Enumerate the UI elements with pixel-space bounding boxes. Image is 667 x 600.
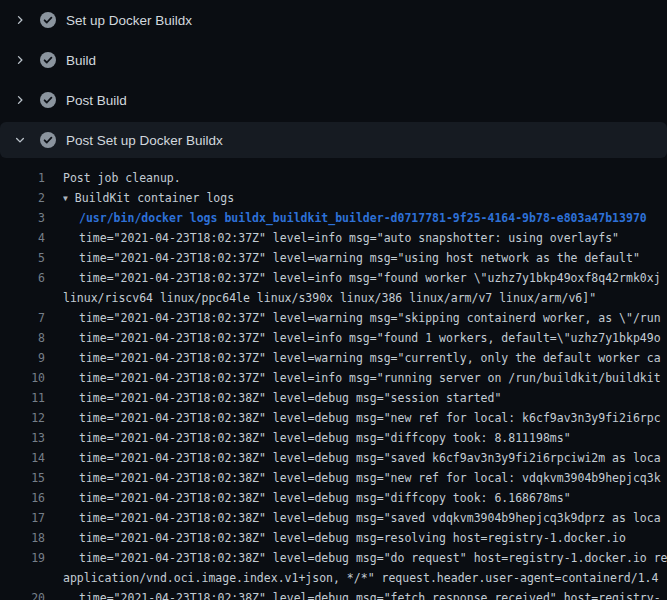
- step-build[interactable]: Build: [0, 40, 667, 80]
- chevron-right-icon[interactable]: [12, 12, 28, 28]
- log-text: time="2021-04-23T18:02:38Z" level=debug …: [79, 528, 667, 548]
- log-text: time="2021-04-23T18:02:38Z" level=debug …: [79, 588, 667, 600]
- log-row[interactable]: 4time="2021-04-23T18:02:37Z" level=info …: [0, 228, 667, 248]
- line-number[interactable]: 14: [0, 448, 45, 468]
- log-row[interactable]: linux/riscv64 linux/ppc64le linux/s390x …: [0, 288, 667, 308]
- log-row[interactable]: 15time="2021-04-23T18:02:38Z" level=debu…: [0, 468, 667, 488]
- log-text: time="2021-04-23T18:02:38Z" level=debug …: [79, 408, 667, 428]
- line-number: [0, 288, 45, 308]
- log-row[interactable]: 5time="2021-04-23T18:02:37Z" level=warni…: [0, 248, 667, 268]
- log-text: linux/riscv64 linux/ppc64le linux/s390x …: [63, 288, 667, 308]
- line-number[interactable]: 18: [0, 528, 45, 548]
- log-text: Post job cleanup.: [63, 168, 667, 188]
- chevron-down-icon[interactable]: [12, 132, 28, 148]
- log-row[interactable]: 7time="2021-04-23T18:02:37Z" level=warni…: [0, 308, 667, 328]
- step-title: Set up Docker Buildx: [66, 13, 192, 28]
- log-text: time="2021-04-23T18:02:37Z" level=info m…: [79, 328, 667, 348]
- check-circle-icon: [40, 12, 56, 28]
- line-number[interactable]: 3: [0, 208, 45, 228]
- log-row[interactable]: 20time="2021-04-23T18:02:38Z" level=debu…: [0, 588, 667, 600]
- step-title: Post Build: [66, 93, 127, 108]
- line-number[interactable]: 5: [0, 248, 45, 268]
- disclosure-triangle-icon[interactable]: ▼: [63, 189, 68, 208]
- log-text: time="2021-04-23T18:02:38Z" level=debug …: [79, 548, 667, 568]
- log-row[interactable]: 3/usr/bin/docker logs buildx_buildkit_bu…: [0, 208, 667, 228]
- line-number[interactable]: 4: [0, 228, 45, 248]
- chevron-right-icon[interactable]: [12, 92, 28, 108]
- log-row[interactable]: 1Post job cleanup.: [0, 168, 667, 188]
- log-row[interactable]: 16time="2021-04-23T18:02:38Z" level=debu…: [0, 488, 667, 508]
- line-number[interactable]: 11: [0, 388, 45, 408]
- log-text: time="2021-04-23T18:02:37Z" level=info m…: [79, 228, 667, 248]
- log-text: time="2021-04-23T18:02:38Z" level=debug …: [79, 468, 667, 488]
- step-post-build[interactable]: Post Build: [0, 80, 667, 120]
- log-text: time="2021-04-23T18:02:37Z" level=info m…: [79, 268, 667, 288]
- log-text: ▼BuildKit container logs: [63, 188, 667, 208]
- check-circle-icon: [40, 52, 56, 68]
- line-number[interactable]: 17: [0, 508, 45, 528]
- log-row[interactable]: 6time="2021-04-23T18:02:37Z" level=info …: [0, 268, 667, 288]
- check-circle-icon: [40, 92, 56, 108]
- log-row[interactable]: 14time="2021-04-23T18:02:38Z" level=debu…: [0, 448, 667, 468]
- group-label: BuildKit container logs: [75, 191, 234, 205]
- log-text: time="2021-04-23T18:02:37Z" level=info m…: [79, 368, 667, 388]
- log-row[interactable]: 10time="2021-04-23T18:02:37Z" level=info…: [0, 368, 667, 388]
- line-number[interactable]: 16: [0, 488, 45, 508]
- step-title: Post Set up Docker Buildx: [66, 133, 223, 148]
- log-row[interactable]: 17time="2021-04-23T18:02:38Z" level=debu…: [0, 508, 667, 528]
- log-row[interactable]: application/vnd.oci.image.index.v1+json,…: [0, 568, 667, 588]
- log-row[interactable]: 8time="2021-04-23T18:02:37Z" level=info …: [0, 328, 667, 348]
- check-circle-icon: [40, 132, 56, 148]
- line-number[interactable]: 19: [0, 548, 45, 568]
- log-text: time="2021-04-23T18:02:38Z" level=debug …: [79, 428, 667, 448]
- log-text: time="2021-04-23T18:02:38Z" level=debug …: [79, 448, 667, 468]
- log-text: time="2021-04-23T18:02:38Z" level=debug …: [79, 508, 667, 528]
- line-number[interactable]: 1: [0, 168, 45, 188]
- line-number[interactable]: 12: [0, 408, 45, 428]
- line-number[interactable]: 10: [0, 368, 45, 388]
- log-area: 1Post job cleanup.2▼BuildKit container l…: [0, 160, 667, 600]
- log-text: time="2021-04-23T18:02:37Z" level=warnin…: [79, 308, 667, 328]
- line-number[interactable]: 8: [0, 328, 45, 348]
- line-number[interactable]: 6: [0, 268, 45, 288]
- step-set-up-docker-buildx[interactable]: Set up Docker Buildx: [0, 0, 667, 40]
- line-number[interactable]: 9: [0, 348, 45, 368]
- log-row[interactable]: 19time="2021-04-23T18:02:38Z" level=debu…: [0, 548, 667, 568]
- log-text: time="2021-04-23T18:02:38Z" level=debug …: [79, 488, 667, 508]
- line-number[interactable]: 15: [0, 468, 45, 488]
- log-row[interactable]: 11time="2021-04-23T18:02:38Z" level=debu…: [0, 388, 667, 408]
- log-row[interactable]: 2▼BuildKit container logs: [0, 188, 667, 208]
- log-text: time="2021-04-23T18:02:37Z" level=warnin…: [79, 248, 667, 268]
- step-list: Set up Docker Buildx Build Post Build: [0, 0, 667, 158]
- log-text: application/vnd.oci.image.index.v1+json,…: [63, 568, 667, 588]
- log-text: time="2021-04-23T18:02:38Z" level=debug …: [79, 388, 667, 408]
- chevron-right-icon[interactable]: [12, 52, 28, 68]
- step-title: Build: [66, 53, 96, 68]
- log-row[interactable]: 18time="2021-04-23T18:02:38Z" level=debu…: [0, 528, 667, 548]
- step-post-set-up-docker-buildx[interactable]: Post Set up Docker Buildx: [0, 122, 667, 158]
- line-number[interactable]: 13: [0, 428, 45, 448]
- line-number[interactable]: 7: [0, 308, 45, 328]
- actions-log-viewer: Set up Docker Buildx Build Post Build: [0, 0, 667, 600]
- line-number[interactable]: 2: [0, 188, 45, 208]
- command-text: /usr/bin/docker logs buildx_buildkit_bui…: [79, 208, 667, 228]
- log-row[interactable]: 13time="2021-04-23T18:02:38Z" level=debu…: [0, 428, 667, 448]
- log-text: time="2021-04-23T18:02:37Z" level=warnin…: [79, 348, 667, 368]
- line-number[interactable]: 20: [0, 588, 45, 600]
- log-row[interactable]: 9time="2021-04-23T18:02:37Z" level=warni…: [0, 348, 667, 368]
- line-number: [0, 568, 45, 588]
- log-row[interactable]: 12time="2021-04-23T18:02:38Z" level=debu…: [0, 408, 667, 428]
